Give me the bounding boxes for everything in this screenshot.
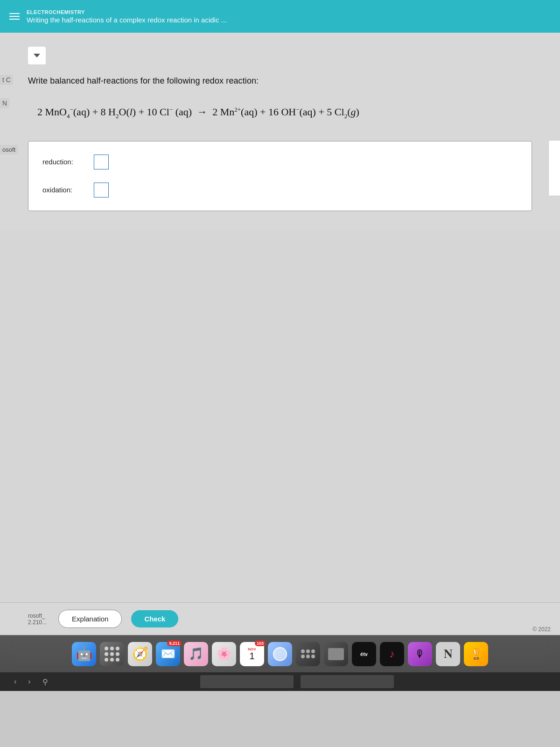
photos-icon: 🌸 (217, 647, 231, 661)
dock-item-safari[interactable]: 🧭 (128, 642, 152, 666)
dock-item-mail[interactable]: ✉️ 9,211 (156, 642, 180, 666)
equation-area: 2 MnO4−(aq) + 8 H2O(l) + 10 Cl− (aq) → 2… (28, 99, 532, 132)
oxidation-input[interactable] (94, 183, 109, 197)
podcast-icon: 🎙 (415, 648, 425, 660)
back-arrow[interactable]: ‹ (14, 677, 16, 686)
copyright-text: © 2022 (532, 626, 551, 633)
reduction-row: reduction: (42, 155, 518, 169)
chemical-equation: 2 MnO4−(aq) + 8 H2O(l) + 10 Cl− (aq) → 2… (37, 106, 532, 120)
bottom-bar: rosoft_2.210... Explanation Check (0, 602, 560, 635)
launchpad-icon (105, 647, 119, 662)
bottom-label-rosoft: rosoft_2.210... (28, 613, 47, 626)
appletv-icon: étv (360, 651, 368, 657)
reward-icon: 🏆 (470, 648, 483, 660)
taskbar-preview-left (200, 675, 294, 688)
music-icon: ♪ (390, 648, 395, 660)
chevron-down-icon (34, 54, 40, 57)
oxidation-row: oxidation: (42, 183, 518, 197)
oxidation-label: oxidation: (42, 186, 87, 194)
dock-bar: 🤖 🧭 ✉️ 9,211 🎵 (0, 635, 560, 672)
dock-item-news[interactable]: 𝐍 (436, 642, 460, 666)
right-panel-stub (548, 140, 560, 196)
reduction-input[interactable] (94, 155, 109, 169)
rect-app-icon (328, 648, 344, 660)
dock-area: 🤖 🧭 ✉️ 9,211 🎵 (0, 635, 560, 691)
photos-app-icon: 🎵 (189, 647, 203, 661)
forward-arrow[interactable]: › (28, 677, 30, 686)
calendar-day: 1 (249, 651, 254, 661)
safari-icon: 🧭 (132, 646, 148, 662)
dock-item-calendar[interactable]: 103 NOV 1 (240, 642, 264, 666)
dock-item-music[interactable]: ♪ (380, 642, 404, 666)
mail-badge: 9,211 (167, 641, 182, 646)
answer-box: reduction: oxidation: (28, 141, 532, 211)
dots-app-icon (301, 649, 315, 658)
header-category: ELECTROCHEMISTRY (27, 9, 227, 15)
finder-icon: 🤖 (76, 646, 92, 662)
dock-item-circle-app[interactable] (268, 642, 292, 666)
header-bar: ELECTROCHEMISTRY Writing the half-reacti… (0, 0, 560, 33)
circle-app-icon (273, 647, 287, 661)
hamburger-icon[interactable] (9, 13, 20, 20)
header-text: ELECTROCHEMISTRY Writing the half-reacti… (27, 9, 227, 24)
problem-instruction: Write balanced half-reactions for the fo… (28, 76, 532, 86)
dock-item-podcast[interactable]: 🎙 (408, 642, 432, 666)
reduction-label: reduction: (42, 158, 87, 166)
taskbar-preview-right (301, 675, 394, 688)
mail-icon: ✉️ (161, 647, 175, 661)
dock-item-appletv[interactable]: étv (352, 642, 376, 666)
dock-item-rect-app[interactable] (324, 642, 348, 666)
search-icon[interactable]: ⚲ (42, 677, 48, 686)
calendar-badge: 103 (255, 641, 266, 646)
dock-item-photos[interactable]: 🌸 (212, 642, 236, 666)
side-label-cr: t C (0, 75, 13, 85)
equation-text: 2 MnO4−(aq) + 8 H2O(l) + 10 Cl− (aq) → 2… (37, 106, 359, 120)
chevron-down-button[interactable] (28, 47, 46, 64)
side-label-soft: osoft (0, 145, 18, 155)
check-button[interactable]: Check (131, 610, 178, 627)
dock-item-launchpad[interactable] (100, 642, 124, 666)
dock-item-dots-app[interactable] (296, 642, 320, 666)
taskbar-center (48, 675, 546, 688)
header-title: Writing the half-reactions of a complex … (27, 16, 227, 24)
content-area: Write balanced half-reactions for the fo… (0, 33, 560, 230)
explanation-button[interactable]: Explanation (58, 610, 122, 628)
taskbar-row: ‹ › ⚲ (0, 672, 560, 691)
dock-item-finder[interactable]: 🤖 (72, 642, 96, 666)
dock-item-photos-app[interactable]: 🎵 (184, 642, 208, 666)
side-label-n: N (0, 98, 9, 108)
news-icon: 𝐍 (444, 647, 453, 661)
taskbar-nav: ‹ › ⚲ (14, 677, 48, 686)
dock-item-reward[interactable]: 🏆 (464, 642, 488, 666)
